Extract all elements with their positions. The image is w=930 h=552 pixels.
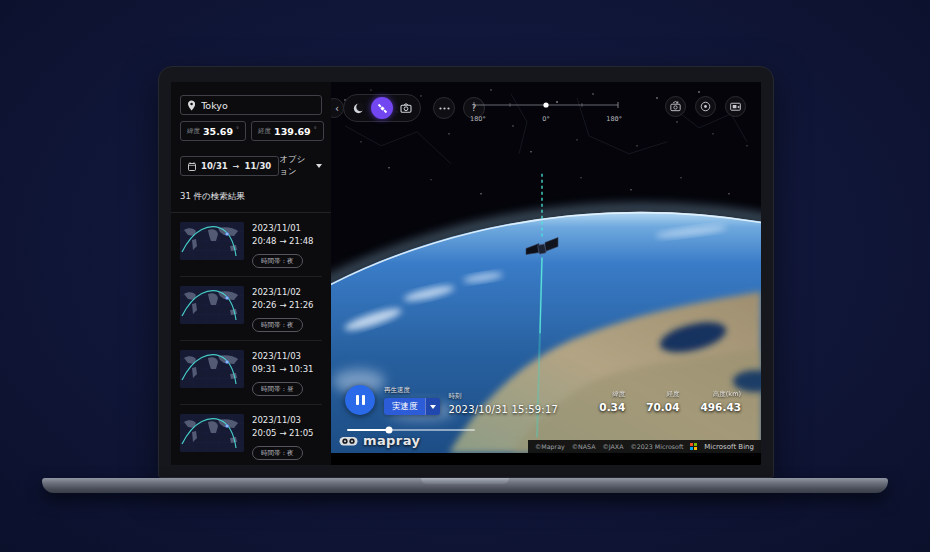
location-search-box[interactable] — [180, 95, 322, 115]
camera-flip-icon — [669, 100, 682, 113]
ground-track-thumbnail — [180, 414, 244, 452]
compass-center-label: 0° — [542, 115, 549, 123]
speed-control: 再生速度 実速度 — [384, 386, 440, 415]
sidebar: 緯度 35.69 ° 経度 139.69 ° — [171, 82, 331, 465]
globe-night-mode-button[interactable] — [347, 97, 369, 119]
pass-date: 2023/11/01 — [252, 222, 314, 235]
simulation-time-value: 2023/10/31 15:59:17 — [449, 404, 559, 415]
pause-icon — [356, 395, 359, 405]
camera-icon — [399, 101, 413, 115]
results-list: 2023/11/01 20:48 → 21:48 時間帯：夜 — [171, 212, 331, 465]
date-range-picker[interactable]: 10/31 → 11/30 — [180, 156, 279, 176]
pass-time-range: 20:48 → 21:48 — [252, 235, 314, 248]
speed-select-dropdown[interactable]: 実速度 — [384, 398, 440, 415]
timeline-slider[interactable] — [347, 429, 475, 431]
latitude-label: 緯度 — [187, 127, 200, 136]
view-controls — [665, 96, 746, 117]
app-window: 緯度 35.69 ° 経度 139.69 ° — [171, 82, 761, 465]
camera-mode-button[interactable] — [395, 97, 417, 119]
time-of-day-badge: 時間帯：昼 — [252, 382, 303, 396]
map-pin-icon — [188, 100, 195, 111]
list-item[interactable]: 2023/11/03 09:31 → 10:31 時間帯：昼 — [180, 341, 322, 405]
telemetry-longitude: 経度 70.04 — [646, 390, 679, 413]
longitude-label: 経度 — [258, 127, 271, 136]
ellipsis-icon — [439, 107, 450, 110]
chevron-down-icon — [425, 398, 440, 415]
heading-compass-scale: 180° 0° 180° — [470, 95, 622, 123]
microsoft-logo-icon — [690, 443, 697, 450]
time-display: 時刻 2023/10/31 15:59:17 — [449, 392, 559, 415]
results-count: 31 件の検索結果 — [180, 191, 322, 203]
pass-info: 2023/11/03 20:05 → 21:05 時間帯：夜 — [252, 414, 314, 460]
time-of-day-badge: 時間帯：夜 — [252, 446, 303, 460]
options-dropdown-button[interactable]: オプション — [279, 154, 322, 178]
ground-track-thumbnail — [180, 222, 244, 260]
list-item[interactable]: 2023/11/03 20:05 → 21:05 時間帯：夜 — [180, 405, 322, 465]
credit-nasa: ©NASA — [572, 443, 596, 450]
pass-time-range: 20:05 → 21:05 — [252, 427, 314, 440]
degree-unit: ° — [314, 125, 317, 132]
bing-label: Microsoft Bing — [704, 443, 754, 451]
compass-right-label: 180° — [606, 115, 622, 123]
pass-time-range: 20:26 → 21:26 — [252, 299, 314, 312]
satellite-telemetry: 緯度 0.34 経度 70.04 高度(km) 496.43 — [599, 390, 741, 413]
ground-track-thumbnail — [180, 350, 244, 388]
pass-info: 2023/11/03 09:31 → 10:31 時間帯：昼 — [252, 350, 314, 396]
list-item[interactable]: 2023/11/02 20:26 → 21:26 時間帯：夜 — [180, 277, 322, 341]
speed-label: 再生速度 — [384, 386, 440, 395]
map-attribution-bar: ©Mapray ©NASA ©JAXA ©2023 Microsoft Micr… — [528, 440, 761, 453]
heading-marker-dot — [543, 102, 548, 107]
pause-button[interactable] — [345, 385, 375, 415]
chevron-left-icon: ‹ — [335, 103, 339, 114]
credit-microsoft: ©2023 Microsoft — [631, 443, 684, 450]
recenter-target-button[interactable] — [695, 96, 716, 117]
laptop-mockup: 緯度 35.69 ° 経度 139.69 ° — [158, 66, 774, 478]
view-mode-toolbar — [343, 94, 421, 122]
credit-mapray: ©Mapray — [535, 443, 565, 450]
credit-jaxa: ©JAXA — [603, 443, 624, 450]
date-end: 11/30 — [244, 161, 271, 171]
options-label: オプション — [279, 154, 312, 178]
pass-info: 2023/11/02 20:26 → 21:26 時間帯：夜 — [252, 286, 314, 332]
mapray-logo: mapray — [339, 433, 420, 448]
degree-unit: ° — [236, 125, 239, 132]
pass-date: 2023/11/02 — [252, 286, 314, 299]
latitude-field[interactable]: 緯度 35.69 ° — [180, 121, 246, 141]
target-icon — [699, 100, 712, 113]
map-viewport[interactable]: ‹ — [331, 82, 761, 465]
date-range-arrow: → — [233, 162, 240, 171]
laptop-base — [42, 478, 888, 493]
telemetry-altitude: 高度(km) 496.43 — [700, 390, 741, 413]
pass-date: 2023/11/03 — [252, 350, 314, 363]
latitude-value: 35.69 — [203, 126, 233, 137]
pass-date: 2023/11/03 — [252, 414, 314, 427]
date-filter-row: 10/31 → 11/30 オプション — [180, 154, 322, 178]
time-of-day-badge: 時間帯：夜 — [252, 254, 303, 268]
date-start: 10/31 — [201, 161, 228, 171]
longitude-value: 139.69 — [274, 126, 311, 137]
telemetry-latitude: 緯度 0.34 — [599, 390, 625, 413]
more-options-button[interactable] — [433, 97, 455, 119]
satellite-mode-button[interactable] — [371, 97, 393, 119]
search-input[interactable] — [201, 100, 314, 111]
playback-controls: 再生速度 実速度 時刻 2023/10/31 15:59:17 — [345, 385, 558, 415]
mapray-logo-icon — [339, 435, 358, 447]
list-item[interactable]: 2023/11/01 20:48 → 21:48 時間帯：夜 — [180, 213, 322, 277]
ground-track-thumbnail — [180, 286, 244, 324]
speed-value: 実速度 — [392, 401, 418, 413]
moon-globe-icon — [352, 102, 365, 115]
laptop-base-notch — [421, 478, 509, 484]
camera-switch-button[interactable] — [665, 96, 686, 117]
pass-info: 2023/11/01 20:48 → 21:48 時間帯：夜 — [252, 222, 314, 268]
coordinates-row: 緯度 35.69 ° 経度 139.69 ° — [180, 121, 322, 141]
satellite-icon — [375, 101, 390, 116]
video-frame-icon — [729, 100, 742, 113]
chevron-down-icon — [316, 164, 322, 168]
calendar-icon — [188, 162, 196, 171]
longitude-field[interactable]: 経度 139.69 ° — [251, 121, 324, 141]
pass-time-range: 09:31 → 10:31 — [252, 363, 314, 376]
mapray-logo-text: mapray — [363, 433, 420, 448]
time-label: 時刻 — [449, 392, 559, 401]
compass-left-label: 180° — [470, 115, 486, 123]
screenshot-video-button[interactable] — [725, 96, 746, 117]
